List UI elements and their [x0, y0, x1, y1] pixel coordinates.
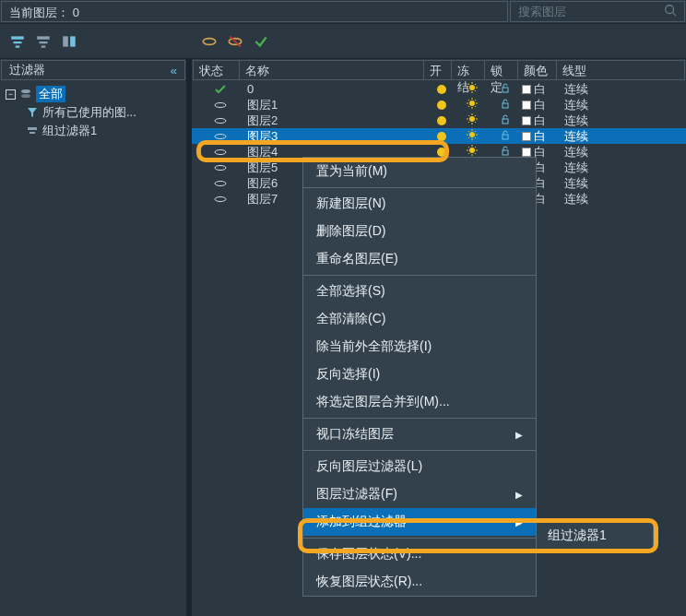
sun-icon[interactable]	[467, 113, 478, 127]
search-icon[interactable]	[664, 4, 677, 19]
svg-rect-7	[41, 45, 46, 47]
name-cell[interactable]: 0	[243, 82, 428, 96]
svg-line-55	[468, 131, 469, 132]
bulb-icon[interactable]	[437, 132, 446, 141]
menu-item[interactable]: 反向选择(I)	[303, 361, 536, 388]
state-cell	[197, 85, 243, 94]
menu-item[interactable]: 删除图层(D)	[303, 218, 536, 245]
svg-rect-5	[37, 36, 50, 39]
linetype-cell[interactable]: 连续	[561, 128, 634, 145]
layer-row[interactable]: 图层3白连续	[192, 128, 686, 144]
menu-item[interactable]: 反向图层过滤器(L)	[303, 453, 536, 480]
lock-cell[interactable]	[489, 113, 522, 127]
tree-root-all[interactable]: − 全部	[2, 85, 184, 103]
svg-point-14	[21, 94, 30, 98]
layer-row[interactable]: 图层1白连续	[192, 97, 686, 113]
lock-icon[interactable]	[500, 82, 511, 96]
tree-item-used[interactable]: 所有已使用的图...	[2, 103, 184, 122]
name-cell[interactable]: 图层1	[243, 97, 428, 113]
col-lock[interactable]: 锁定	[485, 61, 518, 79]
name-cell[interactable]: 图层3	[243, 128, 428, 145]
bulb-icon[interactable]	[437, 85, 446, 94]
svg-line-1	[673, 13, 677, 17]
tree-collapse-icon[interactable]: −	[6, 89, 16, 100]
sun-icon[interactable]	[467, 98, 478, 112]
state-cell	[197, 148, 243, 156]
layer-row[interactable]: 0白连续	[192, 81, 686, 97]
col-freeze[interactable]: 冻结	[452, 61, 485, 79]
set-current-icon[interactable]	[253, 33, 269, 50]
menu-item[interactable]: 添加到组过滤器▶	[303, 508, 536, 536]
bulb-icon[interactable]	[437, 148, 446, 157]
sun-icon[interactable]	[467, 82, 478, 96]
linetype-cell[interactable]: 连续	[561, 113, 634, 129]
linetype-cell[interactable]: 连续	[561, 81, 634, 98]
col-state[interactable]: 状态	[194, 61, 240, 79]
on-cell[interactable]	[428, 116, 455, 125]
filter-header[interactable]: 过滤器 «	[1, 60, 185, 80]
color-swatch	[522, 148, 531, 157]
svg-point-71	[215, 165, 226, 170]
new-property-filter-icon[interactable]	[9, 33, 26, 50]
group-filter-icon	[26, 124, 39, 137]
lock-cell[interactable]	[489, 82, 522, 96]
menu-item[interactable]: 将选定图层合并到(M)...	[303, 388, 536, 416]
state-cell	[197, 101, 243, 109]
linetype-cell[interactable]: 连续	[561, 97, 634, 113]
new-layer-icon[interactable]	[201, 33, 218, 50]
col-name[interactable]: 名称	[240, 61, 424, 79]
menu-item[interactable]: 视口冻结图层▶	[303, 421, 536, 448]
on-cell[interactable]	[428, 132, 455, 141]
on-cell[interactable]	[428, 101, 455, 110]
freeze-cell[interactable]	[455, 129, 489, 143]
color-cell[interactable]: 白	[522, 97, 561, 113]
menu-item[interactable]: 重命名图层(E)	[303, 245, 536, 273]
delete-layer-icon[interactable]	[227, 33, 243, 50]
linetype-cell[interactable]: 连续	[561, 191, 634, 207]
freeze-cell[interactable]	[455, 82, 489, 96]
linetype-cell[interactable]: 连续	[561, 175, 634, 192]
lock-cell[interactable]	[489, 98, 522, 112]
freeze-cell[interactable]	[455, 113, 489, 127]
menu-item[interactable]: 全部选择(S)	[303, 278, 536, 305]
new-group-filter-icon[interactable]	[35, 33, 52, 50]
lock-icon[interactable]	[500, 129, 511, 143]
color-cell[interactable]: 白	[522, 113, 561, 129]
freeze-cell[interactable]	[455, 98, 489, 112]
bulb-icon[interactable]	[437, 101, 446, 110]
filter-stack-icon	[19, 88, 32, 101]
svg-line-56	[475, 137, 476, 138]
menu-item[interactable]: 保存图层状态(V)...	[303, 540, 536, 568]
linetype-cell[interactable]: 连续	[561, 144, 634, 160]
layer-row[interactable]: 图层2白连续	[192, 113, 686, 128]
svg-line-68	[468, 153, 469, 154]
col-linetype[interactable]: 线型	[557, 61, 631, 79]
on-cell[interactable]	[428, 148, 455, 157]
submenu-group-filter[interactable]: 组过滤器1	[536, 522, 654, 550]
col-on[interactable]: 开	[424, 61, 452, 79]
sun-icon[interactable]	[467, 129, 478, 143]
bulb-icon[interactable]	[437, 116, 446, 125]
menu-item[interactable]: 置为当前(M)	[303, 158, 536, 185]
menu-item[interactable]: 图层过滤器(F)▶	[303, 480, 536, 508]
menu-item[interactable]: 新建图层(N)	[303, 190, 536, 218]
menu-item[interactable]: 恢复图层状态(R)...	[303, 568, 536, 596]
lock-icon[interactable]	[500, 113, 511, 127]
svg-line-66	[468, 147, 469, 148]
svg-line-23	[475, 90, 476, 91]
tree-item-group1[interactable]: 组过滤器1	[2, 122, 184, 140]
lock-cell[interactable]	[489, 129, 522, 143]
on-cell[interactable]	[428, 85, 455, 94]
collapse-icon[interactable]: «	[171, 64, 177, 77]
color-cell[interactable]: 白	[522, 128, 561, 145]
menu-item[interactable]: 除当前外全部选择(I)	[303, 333, 536, 361]
lock-icon[interactable]	[500, 98, 511, 112]
layer-states-icon[interactable]	[61, 33, 77, 50]
linetype-cell[interactable]: 连续	[561, 160, 634, 176]
search-box[interactable]: 搜索图层	[510, 1, 685, 22]
color-cell[interactable]: 白	[522, 81, 561, 98]
col-color[interactable]: 颜色	[518, 61, 557, 79]
filter-sidebar: 过滤器 « − 全部 所有已使用的图... 组过滤器1	[0, 59, 192, 616]
name-cell[interactable]: 图层2	[243, 113, 428, 129]
menu-item[interactable]: 全部清除(C)	[303, 305, 536, 333]
